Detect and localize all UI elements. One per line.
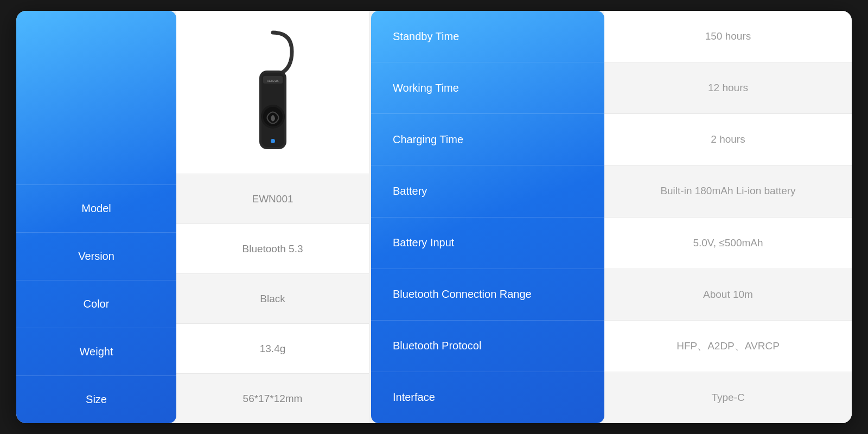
left-label-row: Size xyxy=(16,375,176,423)
right-blue-label-row: Interface xyxy=(371,372,604,423)
right-blue-label-text: Battery Input xyxy=(393,237,454,249)
far-right-value-row: 150 hours xyxy=(604,11,852,62)
right-blue-label-text: Charging Time xyxy=(393,133,463,146)
left-label-row: Weight xyxy=(16,328,176,375)
far-right-value-text: 5.0V, ≤500mAh xyxy=(693,237,763,249)
center-value-text: 13.4g xyxy=(260,343,286,355)
far-right-value-row: 5.0V, ≤500mAh xyxy=(604,218,852,269)
far-right-value-row: HFP、A2DP、AVRCP xyxy=(604,321,852,372)
far-right-value-row: 12 hours xyxy=(604,62,852,114)
right-blue-label-row: Battery Input xyxy=(371,218,604,269)
right-blue-label-text: Working Time xyxy=(393,82,459,94)
far-right-value-row: About 10m xyxy=(604,269,852,321)
right-blue-column: Standby TimeWorking TimeCharging TimeBat… xyxy=(371,11,604,423)
left-label-text: Size xyxy=(86,393,107,406)
left-label-text: Version xyxy=(78,250,114,263)
right-blue-label-row: Battery xyxy=(371,165,604,217)
far-right-value-row: Built-in 180mAh Li-ion battery xyxy=(604,165,852,217)
far-right-value-text: Type-C xyxy=(711,392,744,404)
right-blue-label-row: Bluetooth Connection Range xyxy=(371,269,604,321)
right-blue-label-text: Bluetooth Protocol xyxy=(393,340,481,352)
far-right-column: 150 hours12 hours2 hoursBuilt-in 180mAh … xyxy=(604,11,852,423)
center-value-text: 56*17*12mm xyxy=(243,393,303,405)
right-blue-label-text: Standby Time xyxy=(393,30,459,43)
left-label-column: ModelVersionColorWeightSize xyxy=(16,11,176,423)
far-right-value-text: About 10m xyxy=(703,289,753,301)
svg-text:RETEVIS: RETEVIS xyxy=(267,79,279,82)
left-label-row: Model xyxy=(16,184,176,232)
far-right-value-text: 2 hours xyxy=(711,133,745,145)
right-blue-label-text: Battery xyxy=(393,185,427,197)
center-value-row: 13.4g xyxy=(176,323,369,373)
far-right-value-text: Built-in 180mAh Li-ion battery xyxy=(660,185,795,197)
far-right-value-row: Type-C xyxy=(604,372,852,423)
product-image-area: RETEVIS xyxy=(176,11,369,174)
center-value-row: 56*17*12mm xyxy=(176,373,369,423)
left-label-row: Version xyxy=(16,232,176,280)
far-right-value-text: HFP、A2DP、AVRCP xyxy=(676,339,780,353)
left-label-text: Color xyxy=(84,298,110,310)
right-blue-label-row: Bluetooth Protocol xyxy=(371,321,604,372)
product-image: RETEVIS xyxy=(238,27,308,157)
center-white-column: RETEVIS EWN001Bluetooth 5.3Black13.4g56*… xyxy=(176,11,369,423)
far-right-value-text: 12 hours xyxy=(708,82,748,94)
far-right-value-row: 2 hours xyxy=(604,114,852,165)
center-value-row: EWN001 xyxy=(176,174,369,224)
right-blue-label-text: Bluetooth Connection Range xyxy=(393,288,532,301)
center-value-row: Black xyxy=(176,273,369,323)
product-spec-card: ModelVersionColorWeightSize RETEVIS xyxy=(16,11,852,423)
center-value-text: Black xyxy=(260,293,285,305)
right-blue-label-row: Charging Time xyxy=(371,114,604,165)
center-value-text: EWN001 xyxy=(252,193,293,205)
center-value-row: Bluetooth 5.3 xyxy=(176,224,369,273)
right-blue-label-text: Interface xyxy=(393,391,435,404)
left-spec-rows: ModelVersionColorWeightSize xyxy=(16,11,176,423)
center-value-text: Bluetooth 5.3 xyxy=(242,243,303,255)
right-blue-label-row: Working Time xyxy=(371,62,604,114)
svg-point-6 xyxy=(271,139,275,143)
right-blue-label-row: Standby Time xyxy=(371,11,604,62)
center-value-rows: EWN001Bluetooth 5.3Black13.4g56*17*12mm xyxy=(176,174,369,423)
left-label-row: Color xyxy=(16,280,176,328)
far-right-value-text: 150 hours xyxy=(705,30,751,42)
left-label-text: Weight xyxy=(80,346,113,358)
left-label-text: Model xyxy=(81,202,111,215)
